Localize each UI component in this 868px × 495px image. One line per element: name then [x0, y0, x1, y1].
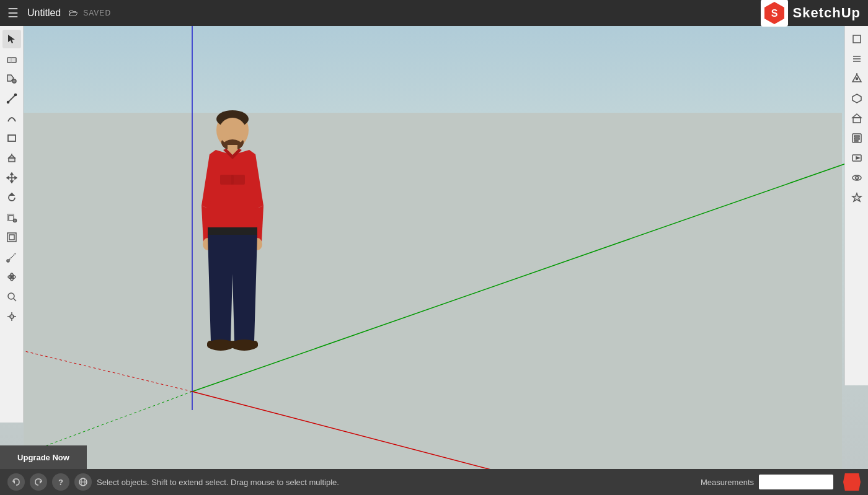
svg-rect-65 [854, 136, 859, 137]
tool-tape[interactable] [2, 248, 21, 266]
tool-scale[interactable] [2, 208, 21, 227]
menu-icon[interactable]: ☰ [7, 6, 19, 20]
svg-marker-39 [7, 177, 9, 179]
svg-point-29 [7, 102, 9, 103]
svg-line-28 [8, 95, 16, 102]
logo-text: SketchUp [793, 5, 861, 21]
svg-marker-69 [856, 157, 859, 159]
svg-point-52 [8, 293, 14, 299]
geo-button[interactable] [74, 473, 92, 491]
svg-marker-40 [15, 177, 17, 179]
svg-point-61 [856, 78, 857, 80]
tool-rotate[interactable] [2, 188, 21, 207]
svg-point-48 [7, 260, 9, 262]
tool-paint[interactable] [2, 69, 21, 88]
tool-shape-tools[interactable] [848, 30, 866, 48]
tool-components[interactable] [848, 69, 866, 88]
tool-rectangle[interactable] [2, 129, 21, 147]
svg-rect-66 [854, 138, 859, 139]
upgrade-button[interactable]: Upgrade Now [0, 445, 87, 469]
svg-point-30 [14, 94, 16, 96]
svg-rect-18 [231, 175, 245, 185]
tool-select[interactable] [2, 30, 21, 48]
tool-view[interactable] [848, 169, 866, 187]
left-toolbar [0, 26, 24, 423]
bottom-logo-icon [843, 473, 861, 491]
tool-pan[interactable] [2, 307, 21, 326]
sketchup-logo: S SketchUp [761, 0, 861, 27]
svg-rect-23 [207, 341, 234, 348]
svg-rect-32 [9, 158, 15, 162]
svg-rect-25 [231, 341, 258, 348]
svg-line-53 [14, 299, 16, 301]
svg-rect-42 [9, 216, 14, 221]
right-toolbar [844, 26, 868, 385]
tool-line[interactable] [2, 89, 21, 108]
svg-rect-62 [853, 118, 861, 123]
tool-eraser[interactable] [2, 50, 21, 68]
tool-styles[interactable] [848, 188, 866, 207]
svg-rect-67 [854, 141, 858, 141]
measurements-input[interactable] [759, 475, 833, 489]
tool-pushpull[interactable] [2, 149, 21, 167]
svg-rect-46 [9, 235, 14, 240]
bottom-bar: ? Select objects. Shift to extend select… [0, 469, 868, 495]
svg-point-44 [13, 219, 16, 222]
svg-rect-45 [7, 233, 16, 242]
svg-rect-26 [7, 58, 16, 63]
svg-rect-55 [853, 35, 861, 43]
tool-layers[interactable] [848, 50, 866, 68]
axes-svg [0, 26, 868, 470]
tool-entity-info[interactable] [848, 129, 866, 147]
human-figure [192, 107, 273, 367]
tool-ext-warehouse[interactable] [848, 109, 866, 128]
svg-marker-37 [11, 173, 13, 175]
svg-marker-33 [9, 155, 15, 158]
save-icon[interactable]: 🗁 [68, 7, 78, 19]
svg-rect-31 [8, 135, 16, 141]
measurements-label: Measurements [701, 478, 754, 487]
help-button[interactable]: ? [52, 473, 69, 491]
tool-scenes[interactable] [848, 149, 866, 167]
svg-text:S: S [771, 8, 777, 19]
tool-move[interactable] [2, 169, 21, 187]
svg-marker-38 [11, 181, 13, 183]
saved-status: SAVED [83, 9, 111, 17]
svg-marker-63 [852, 114, 861, 118]
status-text: Select objects. Shift to extend select. … [97, 478, 696, 487]
redo-button[interactable] [30, 473, 47, 491]
svg-point-51 [11, 276, 12, 278]
tool-3dwarehouse[interactable] [848, 89, 866, 108]
tool-zoom[interactable] [2, 287, 21, 306]
tool-orbit[interactable] [2, 268, 21, 286]
header: ☰ Untitled 🗁 SAVED S SketchUp [0, 0, 868, 26]
svg-point-54 [10, 315, 14, 318]
tool-arc[interactable] [2, 109, 21, 128]
viewport[interactable] [0, 26, 868, 470]
svg-point-27 [12, 79, 16, 83]
svg-rect-19 [208, 227, 257, 235]
svg-rect-3 [24, 113, 842, 470]
file-title: Untitled [27, 7, 61, 19]
sketchup-logo-icon: S [761, 0, 788, 27]
undo-button[interactable] [7, 473, 25, 491]
svg-marker-41 [10, 193, 14, 195]
svg-point-71 [855, 177, 858, 180]
tool-offset[interactable] [2, 228, 21, 247]
